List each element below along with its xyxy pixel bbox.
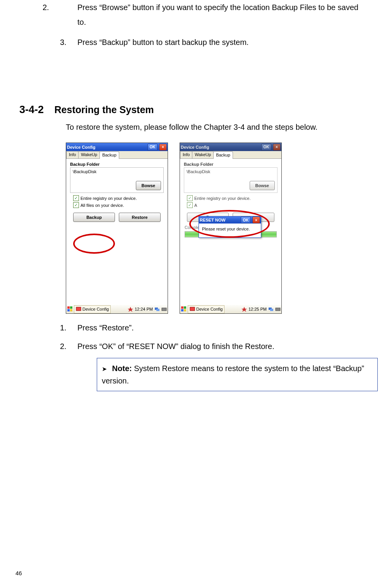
note-box: ➤ Note: System Restore means to restore …: [97, 358, 378, 391]
taskbar: Device Config 12:24 PM: [66, 304, 168, 313]
list-text-2: Press “Browse” button if you want to spe…: [77, 3, 358, 26]
tray-keyboard-icon[interactable]: [275, 306, 281, 312]
checkbox-entire-registry[interactable]: ✓ Entire registry on your device.: [187, 195, 279, 201]
backup-folder-group: \BackupDisk Bowse: [70, 167, 164, 193]
red-highlight-ellipse: [73, 234, 115, 254]
titlebar-close-button[interactable]: ×: [273, 144, 281, 151]
window-title: Device Config: [181, 145, 260, 150]
titlebar-ok-button[interactable]: OK: [261, 144, 271, 151]
start-menu-icon[interactable]: [67, 306, 73, 312]
svg-rect-3: [70, 309, 72, 311]
tray-network-icon[interactable]: [154, 306, 160, 312]
screenshots-row: Device Config OK × Info WakeUp Backup Ba…: [66, 143, 367, 314]
list-num-3: 3.: [60, 35, 77, 50]
red-highlight-ellipse: [189, 210, 270, 238]
svg-rect-12: [190, 307, 195, 311]
svg-rect-11: [184, 309, 186, 311]
svg-rect-14: [270, 309, 273, 311]
window-title: Device Config: [67, 145, 146, 150]
screenshot-right: Device Config OK × Info WakeUp Backup Ba…: [180, 143, 282, 314]
list-num-2: 2.: [60, 0, 77, 15]
checkbox-all-files[interactable]: ✓ A: [187, 202, 279, 208]
checkbox-entire-registry[interactable]: ✓ Entire registry on your device.: [73, 195, 165, 201]
window-titlebar: Device Config OK ×: [66, 143, 168, 151]
checkbox-all-files[interactable]: ✓ All files on your device.: [73, 202, 165, 208]
window-titlebar: Device Config OK ×: [180, 143, 281, 151]
start-menu-icon[interactable]: [181, 306, 187, 312]
tab-wakeup[interactable]: WakeUp: [192, 151, 214, 158]
taskbar-app-label: Device Config: [196, 307, 223, 311]
tab-backup[interactable]: Backup: [99, 151, 119, 159]
browse-button[interactable]: Bowse: [250, 181, 275, 190]
svg-rect-15: [276, 308, 280, 311]
page-number: 46: [15, 570, 22, 576]
tab-panel: Backup Folder \BackupDisk Bowse ✓ Entire…: [180, 159, 281, 304]
checkbox-label: Entire registry on your device.: [81, 196, 137, 201]
backup-folder-group: \BackupDisk Bowse: [184, 167, 278, 193]
top-ordered-list: 2.Press “Browse” button if you want to s…: [60, 0, 367, 50]
note-text: System Restore means to restore the syst…: [102, 364, 364, 385]
section-heading: 3-4-2 Restoring the System: [19, 104, 367, 116]
svg-rect-2: [67, 309, 70, 311]
checkbox-icon: ✓: [73, 195, 79, 201]
note-label: Note:: [112, 364, 132, 373]
taskbar-app-label: Device Config: [82, 307, 109, 311]
tab-info[interactable]: Info: [180, 151, 192, 158]
browse-button[interactable]: Bowse: [136, 181, 161, 190]
backup-folder-path: \BackupDisk: [73, 169, 161, 174]
checkbox-icon: ✓: [187, 195, 193, 201]
tab-info[interactable]: Info: [66, 151, 79, 158]
tab-panel: Backup Folder \BackupDisk Bowse ✓ Entire…: [66, 159, 168, 304]
svg-rect-10: [181, 309, 183, 311]
tab-strip: Info WakeUp Backup: [180, 151, 281, 159]
app-icon: [190, 306, 195, 312]
taskbar-clock: 12:25 PM: [248, 307, 267, 311]
svg-rect-1: [70, 306, 72, 309]
backup-folder-label: Backup Folder: [70, 162, 165, 167]
tab-backup[interactable]: Backup: [213, 151, 233, 159]
taskbar-clock: 12:24 PM: [135, 307, 153, 311]
restore-button[interactable]: Restore: [119, 213, 161, 222]
list-text-1: Press “Restore”.: [77, 323, 134, 332]
taskbar: Device Config 12:25 PM: [180, 304, 281, 313]
tab-strip: Info WakeUp Backup: [66, 151, 168, 159]
note-arrow-icon: ➤: [102, 366, 107, 372]
backup-folder-label: Backup Folder: [184, 162, 279, 167]
backup-button[interactable]: Backup: [73, 213, 115, 222]
titlebar-close-button[interactable]: ×: [159, 144, 167, 151]
taskbar-app-button[interactable]: Device Config: [188, 305, 224, 313]
screenshot-left: Device Config OK × Info WakeUp Backup Ba…: [66, 143, 168, 314]
svg-rect-7: [162, 308, 166, 311]
checkbox-icon: ✓: [187, 202, 193, 208]
checkbox-label: Entire registry on your device.: [194, 196, 251, 201]
app-icon: [76, 306, 81, 312]
taskbar-app-button[interactable]: Device Config: [74, 305, 111, 313]
svg-rect-0: [67, 306, 70, 309]
list-num-2: 2.: [60, 337, 77, 356]
intro-text: To restore the system, please follow the…: [66, 123, 367, 132]
checkbox-label: All files on your device.: [81, 203, 124, 208]
list-text-2: Press “OK” of “RESET NOW” dialog to fini…: [77, 342, 274, 351]
titlebar-ok-button[interactable]: OK: [147, 144, 158, 151]
heading-title: Restoring the System: [55, 104, 154, 115]
tab-wakeup[interactable]: WakeUp: [78, 151, 100, 158]
heading-number: 3-4-2: [19, 104, 44, 115]
checkbox-label: A: [194, 203, 197, 208]
tray-icon[interactable]: [128, 306, 133, 312]
backup-folder-path: \BackupDisk: [187, 169, 275, 174]
svg-rect-9: [184, 306, 186, 309]
svg-rect-6: [156, 309, 159, 311]
list-num-1: 1.: [60, 318, 77, 337]
tray-keyboard-icon[interactable]: [161, 306, 167, 312]
tray-icon[interactable]: [242, 306, 247, 312]
checkbox-icon: ✓: [73, 202, 79, 208]
bottom-ordered-list: 1.Press “Restore”. 2.Press “OK” of “RESE…: [60, 318, 367, 356]
list-text-3: Press “Backup” button to start backup th…: [77, 38, 248, 46]
svg-rect-8: [181, 306, 183, 309]
tray-network-icon[interactable]: [268, 306, 274, 312]
svg-rect-4: [76, 307, 81, 311]
